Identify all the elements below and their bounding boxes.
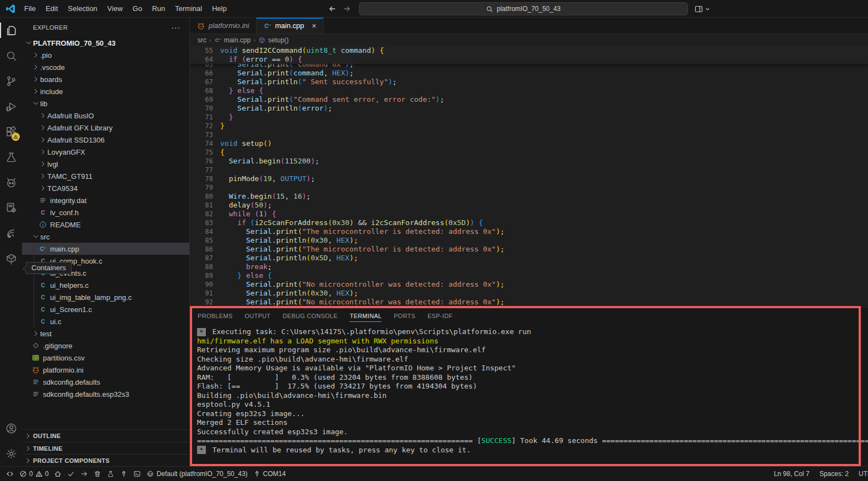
activity-run-debug[interactable] [0,94,22,119]
tree-item-sdkconfig-defaults[interactable]: sdkconfig.defaults [22,376,189,388]
layout-toggle-icon[interactable] [694,4,703,14]
status-pio-home[interactable] [51,468,64,480]
menu-view[interactable]: View [102,1,128,17]
line-number[interactable]: 80 [190,192,213,201]
status-cursor-position[interactable]: Ln 98, Col 7 [771,468,812,480]
status-pio-env[interactable]: Default (platfromIO_70_50_43) [144,468,250,480]
activity-settings[interactable] [0,441,22,466]
activity-extensions[interactable] [0,119,22,144]
line-number[interactable]: 91 [190,289,213,298]
activity-espressif[interactable] [0,220,22,245]
menu-selection[interactable]: Selection [63,1,102,17]
tree-item-test[interactable]: test [22,327,189,340]
status-warnings[interactable]: 0 [34,468,52,480]
menu-file[interactable]: File [19,1,41,17]
tree-item-adafruit-busio[interactable]: Adafruit BusIO [22,110,189,122]
line-number[interactable]: 81 [190,201,213,210]
tree-item-lvgl[interactable]: lvgl [22,158,189,170]
tree-item-boards[interactable]: boards [22,73,189,85]
activity-containers[interactable] [0,245,22,271]
line-number[interactable]: 76 [190,157,213,166]
status-pio-test[interactable] [104,468,117,480]
tab-close-icon[interactable]: × [312,22,316,30]
status-pio-upload[interactable] [78,468,91,480]
panel-tab-debug-console[interactable]: DEBUG CONSOLE [283,308,338,324]
panel-tab-esp-idf[interactable]: ESP-IDF [428,308,453,324]
line-number[interactable]: 68 [190,86,213,95]
activity-explorer[interactable] [0,18,22,43]
line-number[interactable]: 86 [190,245,213,254]
line-number[interactable]: 69 [190,95,213,104]
status-remote[interactable] [3,468,17,480]
tree-item-tca9534[interactable]: TCA9534 [22,182,189,194]
terminal-output[interactable]: * Executing task: C:\Users\14175\.platfo… [190,324,868,466]
line-number[interactable]: 71 [190,113,213,122]
tree-item-lovyangfx[interactable]: LovyanGFX [22,146,189,158]
section-project-components[interactable]: PROJECT COMPONENTS [22,454,189,466]
activity-esp-idf[interactable] [0,195,22,220]
tree-item-sdkconfig-defaults-esp32s3[interactable]: sdkconfig.defaults.esp32s3 [22,388,189,400]
line-number[interactable]: 55 [190,46,213,55]
status-pio-monitor[interactable] [117,468,130,480]
line-number[interactable]: 92 [190,298,213,307]
tree-item-platfromio-70-50-43[interactable]: PLATFROMIO_70_50_43 [22,37,189,49]
line-number[interactable]: 87 [190,254,213,263]
tree-item-ui-c[interactable]: Cui.c [22,315,189,327]
panel-tab-terminal[interactable]: TERMINAL [350,308,381,324]
menu-run[interactable]: Run [147,1,170,17]
line-number[interactable]: 64 [190,55,213,64]
tree-item-ui-img-table-lamp-png-c[interactable]: Cui_img_table_lamp_png.c [22,291,189,303]
line-number[interactable]: 84 [190,227,213,236]
status-indentation[interactable]: Spaces: 2 [817,468,851,480]
tree-item-tamc-gt911[interactable]: TAMC_GT911 [22,170,189,182]
activity-testing[interactable] [0,144,22,170]
tree-item-integrity-dat[interactable]: integrity.dat [22,194,189,206]
activity-source-control[interactable] [0,68,22,94]
tree-item-partitions-csv[interactable]: partitions.csv [22,352,189,364]
tree-item-platformio-ini[interactable]: platformio.ini [22,364,189,376]
tree-item-main-cpp[interactable]: C++main.cpp [22,243,189,255]
line-number[interactable]: 70 [190,104,213,113]
line-number[interactable]: 90 [190,280,213,289]
line-number[interactable]: 83 [190,218,213,227]
section-outline[interactable]: OUTLINE [22,430,189,442]
status-pio-terminal[interactable] [130,468,144,480]
nav-forward-icon[interactable] [342,4,351,13]
line-number[interactable]: 65 [190,64,213,69]
tree-item-lib[interactable]: lib [22,97,189,110]
chevron-down-icon[interactable] [705,6,711,12]
explorer-actions-icon[interactable]: ··· [171,23,181,32]
activity-search[interactable] [0,43,22,68]
menu-go[interactable]: Go [128,1,147,17]
breadcrumb-src[interactable]: src [198,36,206,44]
tree-item-adafruit-ssd1306[interactable]: Adafruit SSD1306 [22,134,189,146]
menu-help[interactable]: Help [207,1,232,17]
tree-item--vscode[interactable]: .vscode [22,61,189,73]
line-number[interactable]: 79 [190,183,213,192]
line-number[interactable]: 73 [190,130,213,139]
panel-tab-output[interactable]: OUTPUT [245,308,271,324]
status-serial-port[interactable]: COM14 [250,468,288,480]
tab-platformio-ini[interactable]: platformio.ini [190,18,256,34]
menu-edit[interactable]: Edit [41,1,63,17]
tree-item-include[interactable]: include [22,85,189,97]
breadcrumb[interactable]: src›C++main.cpp›setup() [190,34,868,46]
tree-item-src[interactable]: src [22,231,189,243]
line-number[interactable]: 74 [190,139,213,148]
tree-item-adafruit-gfx-library[interactable]: Adafruit GFX Library [22,122,189,134]
command-center-search[interactable]: platfromIO_70_50_43 [359,2,688,15]
tree-item--gitignore[interactable]: .gitignore [22,340,189,352]
status-pio-clean[interactable] [91,468,104,480]
panel-tab-problems[interactable]: PROBLEMS [198,308,233,324]
menu-terminal[interactable]: Terminal [170,1,207,17]
line-number[interactable]: 72 [190,122,213,130]
breadcrumb-setup-[interactable]: setup() [258,36,288,44]
line-number[interactable]: 75 [190,148,213,157]
status-pio-build[interactable] [64,468,78,480]
tree-item-ui-helpers-c[interactable]: Cui_helpers.c [22,279,189,291]
activity-platformio[interactable] [0,170,22,195]
line-number[interactable]: 78 [190,174,213,183]
breadcrumb-main-cpp[interactable]: C++main.cpp [214,36,251,44]
section-timeline[interactable]: TIMELINE [22,442,189,454]
tree-item--pio[interactable]: .pio [22,49,189,61]
